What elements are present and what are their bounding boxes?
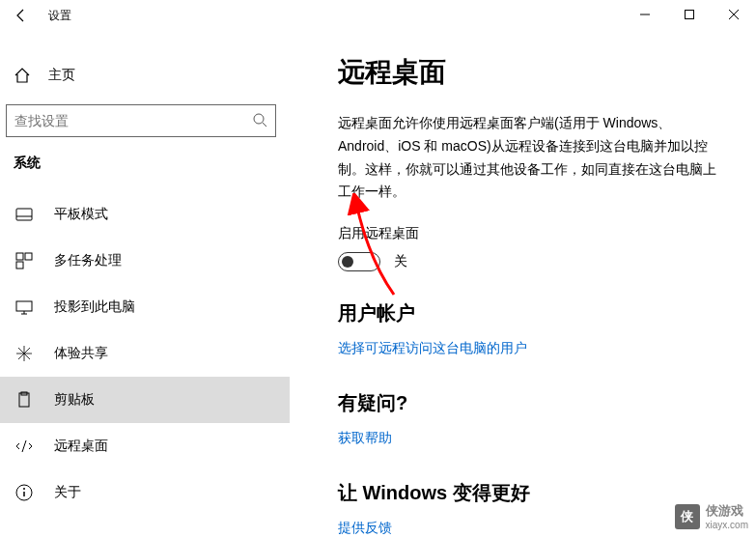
remote-icon [15, 438, 33, 455]
minimize-button[interactable] [623, 0, 667, 29]
window-title: 设置 [48, 8, 71, 24]
make-better-title: 让 Windows 变得更好 [338, 480, 727, 506]
sidebar-home[interactable]: 主页 [0, 58, 290, 93]
page-description: 远程桌面允许你使用远程桌面客户端(适用于 Windows、Android、iOS… [338, 112, 727, 204]
svg-point-16 [23, 488, 25, 490]
svg-rect-10 [16, 262, 23, 269]
sidebar-item-clipboard[interactable]: 剪贴板 [0, 377, 290, 423]
svg-rect-9 [25, 253, 32, 260]
watermark-logo: 侠 [675, 504, 700, 529]
sidebar-item-label: 多任务处理 [54, 252, 122, 269]
svg-rect-1 [686, 11, 694, 19]
sidebar-item-multitask[interactable]: 多任务处理 [0, 238, 290, 284]
sidebar-item-label: 关于 [54, 484, 81, 501]
back-button[interactable] [10, 4, 33, 27]
sidebar-item-label: 远程桌面 [54, 438, 108, 455]
sidebar-item-share[interactable]: 体验共享 [0, 330, 290, 377]
multitask-icon [15, 252, 33, 269]
close-button[interactable] [712, 0, 756, 29]
select-users-link[interactable]: 选择可远程访问这台电脑的用户 [338, 340, 527, 357]
search-icon [252, 112, 267, 130]
main-content: 远程桌面 远程桌面允许你使用远程桌面客户端(适用于 Windows、Androi… [290, 31, 756, 538]
sidebar-item-tablet-mode[interactable]: 平板模式 [0, 191, 290, 238]
sidebar-home-label: 主页 [48, 67, 75, 84]
sidebar-item-project[interactable]: 投影到此电脑 [0, 284, 290, 330]
sidebar-item-label: 体验共享 [54, 345, 108, 362]
svg-point-4 [254, 114, 264, 124]
enable-remote-toggle[interactable] [338, 252, 380, 271]
sidebar-item-about[interactable]: 关于 [0, 469, 290, 516]
sidebar-item-label: 平板模式 [54, 206, 108, 223]
toggle-knob [342, 256, 353, 268]
svg-rect-11 [16, 301, 32, 311]
sidebar-nav: 平板模式 多任务处理 投影到此电脑 体验共享 剪贴板 远程桌面 [0, 191, 290, 516]
home-icon [14, 67, 31, 84]
tablet-icon [15, 206, 33, 223]
sidebar-item-remote-desktop[interactable]: 远程桌面 [0, 423, 290, 469]
search-field[interactable] [14, 113, 252, 128]
sidebar-item-label: 投影到此电脑 [54, 298, 135, 316]
maximize-button[interactable] [667, 0, 712, 29]
watermark: 侠 侠游戏 xiayx.com [675, 502, 748, 530]
enable-remote-label: 启用远程桌面 [338, 225, 727, 242]
search-input[interactable] [6, 104, 276, 137]
clipboard-icon [15, 391, 33, 409]
help-title: 有疑问? [338, 390, 727, 416]
page-title: 远程桌面 [338, 54, 727, 91]
watermark-text: 侠游戏 [706, 502, 748, 520]
toggle-state-label: 关 [394, 253, 407, 270]
svg-rect-6 [16, 209, 32, 220]
user-accounts-title: 用户帐户 [338, 300, 727, 326]
sidebar-item-label: 剪贴板 [54, 391, 95, 409]
sidebar: 主页 系统 平板模式 多任务处理 投影到此电脑 体验 [0, 31, 290, 538]
feedback-link[interactable]: 提供反馈 [338, 520, 392, 537]
sidebar-category: 系统 [0, 155, 290, 191]
svg-line-5 [263, 123, 266, 127]
watermark-url: xiayx.com [706, 520, 748, 530]
project-icon [15, 298, 33, 316]
svg-rect-8 [16, 253, 23, 260]
about-icon [15, 484, 33, 501]
get-help-link[interactable]: 获取帮助 [338, 430, 392, 447]
share-icon [15, 345, 33, 362]
